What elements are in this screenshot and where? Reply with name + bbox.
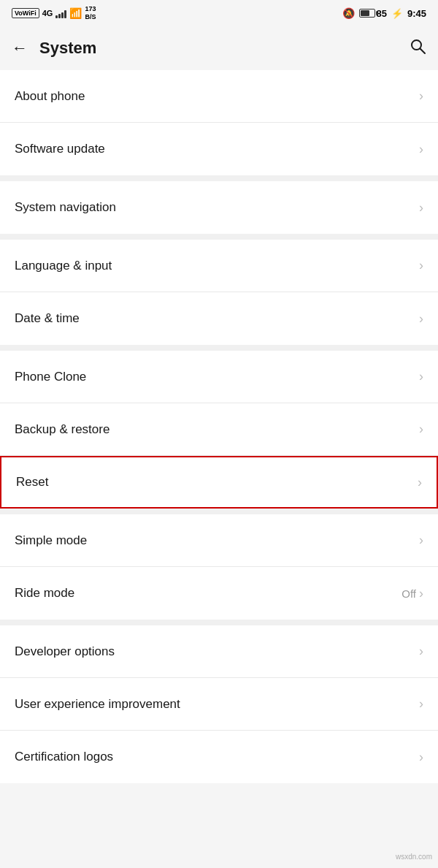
item-backup-restore[interactable]: Backup & restore › bbox=[0, 403, 438, 456]
phone-clone-label: Phone Clone bbox=[15, 370, 86, 384]
speed-text: 173 B/S bbox=[85, 5, 96, 21]
page-title: System bbox=[39, 39, 397, 58]
item-phone-clone[interactable]: Phone Clone › bbox=[0, 351, 438, 403]
item-software-update-left: Software update bbox=[15, 142, 105, 156]
section-divider-4 bbox=[0, 509, 438, 514]
backup-restore-label: Backup & restore bbox=[15, 422, 110, 437]
item-software-update[interactable]: Software update › bbox=[0, 123, 438, 175]
section-2: System navigation › bbox=[0, 181, 438, 234]
battery-icon bbox=[359, 9, 375, 18]
developer-options-label: Developer options bbox=[15, 644, 115, 659]
about-phone-label: About phone bbox=[15, 89, 85, 104]
svg-line-1 bbox=[420, 49, 426, 54]
item-certification-logos-left: Certification logos bbox=[15, 750, 113, 764]
battery-container: 85 bbox=[359, 8, 387, 19]
reset-label: Reset bbox=[16, 475, 48, 490]
software-update-label: Software update bbox=[15, 142, 105, 156]
section-divider-2 bbox=[0, 234, 438, 240]
item-system-navigation-left: System navigation bbox=[15, 200, 116, 215]
mute-icon: 🔕 bbox=[342, 7, 355, 19]
item-simple-mode[interactable]: Simple mode › bbox=[0, 514, 438, 567]
chevron-icon: › bbox=[419, 696, 423, 712]
item-backup-restore-left: Backup & restore bbox=[15, 422, 110, 437]
section-3: Language & input › Date & time › bbox=[0, 240, 438, 345]
signal-4g: 4G bbox=[42, 9, 53, 18]
item-language-input-right: › bbox=[419, 258, 423, 273]
chevron-icon: › bbox=[419, 88, 423, 104]
certification-logos-label: Certification logos bbox=[15, 750, 113, 764]
item-language-input-left: Language & input bbox=[15, 259, 112, 273]
signal-bars bbox=[55, 8, 66, 18]
item-date-time-right: › bbox=[419, 311, 423, 327]
chevron-icon: › bbox=[419, 142, 423, 157]
chevron-icon: › bbox=[419, 422, 423, 437]
item-date-time[interactable]: Date & time › bbox=[0, 292, 438, 345]
signal-bar-3 bbox=[61, 12, 64, 18]
section-1: About phone › Software update › bbox=[0, 70, 438, 175]
item-phone-clone-left: Phone Clone bbox=[15, 370, 86, 384]
item-system-navigation-right: › bbox=[419, 200, 423, 216]
status-left: VoWiFi 4G 📶 173 B/S bbox=[12, 5, 96, 21]
section-divider-1 bbox=[0, 175, 438, 181]
section-4: Phone Clone › Backup & restore › Reset › bbox=[0, 351, 438, 509]
ride-mode-value: Off bbox=[402, 587, 416, 600]
search-icon bbox=[409, 37, 426, 55]
status-right: 🔕 85 ⚡ 9:45 bbox=[342, 7, 427, 19]
signal-bar-4 bbox=[64, 10, 66, 18]
header: ← System bbox=[0, 26, 438, 70]
item-about-phone-right: › bbox=[419, 88, 423, 104]
item-developer-options-left: Developer options bbox=[15, 644, 115, 659]
chevron-icon: › bbox=[419, 644, 423, 659]
back-button[interactable]: ← bbox=[12, 39, 28, 58]
item-certification-logos-right: › bbox=[419, 750, 423, 765]
battery-fill bbox=[361, 10, 370, 16]
item-backup-restore-right: › bbox=[419, 422, 423, 437]
battery-level: 85 bbox=[377, 8, 387, 19]
item-about-phone[interactable]: About phone › bbox=[0, 70, 438, 123]
item-user-experience[interactable]: User experience improvement › bbox=[0, 678, 438, 731]
item-phone-clone-right: › bbox=[419, 369, 423, 384]
search-button[interactable] bbox=[409, 37, 426, 59]
vowifi-badge: VoWiFi bbox=[12, 8, 39, 18]
ride-mode-label: Ride mode bbox=[15, 586, 74, 601]
item-reset-left: Reset bbox=[16, 475, 48, 490]
chevron-icon: › bbox=[419, 200, 423, 216]
section-5: Simple mode › Ride mode Off › bbox=[0, 514, 438, 620]
item-simple-mode-left: Simple mode bbox=[15, 533, 87, 548]
item-reset-right: › bbox=[418, 475, 422, 490]
date-time-label: Date & time bbox=[15, 311, 80, 326]
chevron-icon: › bbox=[419, 750, 423, 765]
item-software-update-right: › bbox=[419, 142, 423, 157]
watermark: wsxdn.com bbox=[396, 853, 432, 861]
chevron-icon: › bbox=[419, 369, 423, 384]
back-arrow-icon: ← bbox=[12, 39, 28, 58]
item-date-time-left: Date & time bbox=[15, 311, 80, 326]
user-experience-label: User experience improvement bbox=[15, 697, 180, 712]
item-simple-mode-right: › bbox=[419, 533, 423, 548]
system-navigation-label: System navigation bbox=[15, 200, 116, 215]
item-ride-mode[interactable]: Ride mode Off › bbox=[0, 567, 438, 620]
item-developer-options-right: › bbox=[419, 644, 423, 659]
time: 9:45 bbox=[407, 8, 426, 19]
item-reset[interactable]: Reset › bbox=[0, 456, 438, 509]
simple-mode-label: Simple mode bbox=[15, 533, 87, 548]
chevron-icon: › bbox=[419, 533, 423, 548]
language-input-label: Language & input bbox=[15, 259, 112, 273]
item-about-phone-left: About phone bbox=[15, 89, 85, 104]
item-developer-options[interactable]: Developer options › bbox=[0, 625, 438, 678]
item-language-input[interactable]: Language & input › bbox=[0, 240, 438, 292]
chevron-icon: › bbox=[418, 475, 422, 490]
signal-bar-2 bbox=[58, 14, 61, 18]
item-certification-logos[interactable]: Certification logos › bbox=[0, 731, 438, 783]
wifi-icon: 📶 bbox=[69, 7, 82, 19]
signal-bar-1 bbox=[55, 15, 58, 18]
item-system-navigation[interactable]: System navigation › bbox=[0, 181, 438, 234]
chevron-icon: › bbox=[419, 586, 423, 601]
section-6: Developer options › User experience impr… bbox=[0, 625, 438, 783]
status-bar: VoWiFi 4G 📶 173 B/S 🔕 85 ⚡ 9:45 bbox=[0, 0, 438, 26]
item-ride-mode-right: Off › bbox=[402, 586, 423, 601]
section-divider-5 bbox=[0, 620, 438, 625]
settings-list: About phone › Software update › System n… bbox=[0, 70, 438, 783]
chevron-icon: › bbox=[419, 258, 423, 273]
section-divider-3 bbox=[0, 345, 438, 351]
